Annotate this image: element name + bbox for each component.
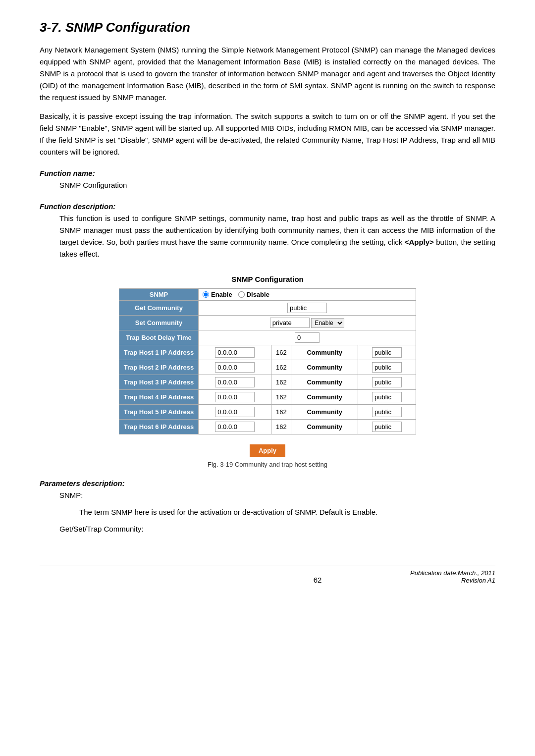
disable-radio-label[interactable]: Disable <box>238 291 269 298</box>
set-community-select[interactable]: Enable Disable <box>311 318 344 328</box>
trap-host-2-community-cell <box>358 360 416 375</box>
page-number: 62 <box>225 576 410 584</box>
trap-host-2-port-cell: 162 <box>271 360 291 375</box>
trap-host-6-community-label: Community <box>291 420 358 434</box>
trap-host-1-ip-cell <box>199 345 271 360</box>
trap-host-1-label: Trap Host 1 IP Address <box>119 345 199 360</box>
table-row: Set Community Enable Disable <box>119 316 416 330</box>
enable-radio[interactable] <box>203 291 209 298</box>
snmp-label: SNMP <box>119 289 199 301</box>
table-row: Trap Host 5 IP Address 162 Community <box>119 405 416 420</box>
table-row: Get Community <box>119 301 416 316</box>
enable-radio-label[interactable]: Enable <box>203 291 232 298</box>
parameters-desc-label: Parameters description: <box>40 479 495 487</box>
set-community-label: Set Community <box>119 316 199 330</box>
trap-host-2-ip[interactable] <box>215 362 255 373</box>
trap-host-5-label: Trap Host 5 IP Address <box>119 405 199 420</box>
trap-host-4-community-cell <box>358 390 416 405</box>
snmp-radio-cell: Enable Disable <box>199 289 416 301</box>
trap-host-4-ip-cell <box>199 390 271 405</box>
trap-host-1-ip[interactable] <box>215 347 255 358</box>
trap-host-4-community-label: Community <box>291 390 358 405</box>
trap-host-5-port-cell: 162 <box>271 405 291 420</box>
trap-host-1-community[interactable] <box>372 347 402 358</box>
trap-host-5-community[interactable] <box>372 407 402 417</box>
trap-host-2-community[interactable] <box>372 362 402 373</box>
trap-host-3-label: Trap Host 3 IP Address <box>119 375 199 390</box>
trap-host-2-label: Trap Host 2 IP Address <box>119 360 199 375</box>
trap-host-2-ip-cell <box>199 360 271 375</box>
trap-host-6-port-cell: 162 <box>271 420 291 434</box>
trap-host-4-ip[interactable] <box>215 392 255 402</box>
trap-host-5-ip-cell <box>199 405 271 420</box>
get-community-input[interactable] <box>287 303 327 313</box>
fig-caption: Fig. 3-19 Community and trap host settin… <box>40 461 495 468</box>
page-footer: 62 Publication date:March., 2011 Revisio… <box>40 565 495 584</box>
trap-host-6-ip[interactable] <box>215 422 255 432</box>
trap-host-6-community-cell <box>358 420 416 434</box>
trap-host-1-community-label: Community <box>291 345 358 360</box>
trap-host-3-community-cell <box>358 375 416 390</box>
disable-radio[interactable] <box>238 291 245 298</box>
trap-host-4-port-cell: 162 <box>271 390 291 405</box>
table-row: SNMP Enable Disable <box>119 289 416 301</box>
table-row: Trap Host 1 IP Address 162 Community <box>119 345 416 360</box>
trap-host-3-ip-cell <box>199 375 271 390</box>
table-row: Trap Host 6 IP Address 162 Community <box>119 420 416 434</box>
param-get-title: Get/Set/Trap Community: <box>59 523 495 535</box>
param-snmp-desc: The term SNMP here is used for the activ… <box>79 506 495 518</box>
trap-host-5-community-cell <box>358 405 416 420</box>
trap-boot-delay-cell <box>199 330 416 345</box>
set-community-input[interactable] <box>270 318 310 328</box>
get-community-label: Get Community <box>119 301 199 316</box>
table-row: Trap Boot Delay Time <box>119 330 416 345</box>
table-row: Trap Host 3 IP Address 162 Community <box>119 375 416 390</box>
table-row: Trap Host 4 IP Address 162 Community <box>119 390 416 405</box>
trap-host-1-port-cell: 162 <box>271 345 291 360</box>
apply-button[interactable]: Apply <box>250 444 285 457</box>
figure-title: SNMP Configuration <box>40 275 495 283</box>
publication-info: Publication date:March., 2011 Revision A… <box>410 569 495 584</box>
figure-container: SNMP Configuration SNMP Enable Disable G… <box>40 275 495 468</box>
get-community-cell <box>199 301 416 316</box>
trap-host-6-community[interactable] <box>372 422 402 432</box>
trap-host-4-label: Trap Host 4 IP Address <box>119 390 199 405</box>
function-name-value: SNMP Configuration <box>59 179 495 191</box>
page-title: 3-7. SNMP Configuration <box>40 20 495 35</box>
snmp-config-table: SNMP Enable Disable Get Community <box>119 288 416 434</box>
trap-host-6-label: Trap Host 6 IP Address <box>119 420 199 434</box>
trap-host-2-community-label: Community <box>291 360 358 375</box>
trap-host-5-ip[interactable] <box>215 407 255 417</box>
trap-host-4-community[interactable] <box>372 392 402 402</box>
function-desc-label: Function description: <box>40 202 495 211</box>
function-name-label: Function name: <box>40 169 495 177</box>
trap-host-3-ip[interactable] <box>215 377 255 387</box>
trap-host-3-community-label: Community <box>291 375 358 390</box>
trap-boot-delay-input[interactable] <box>295 332 320 343</box>
trap-host-3-community[interactable] <box>372 377 402 387</box>
trap-host-6-ip-cell <box>199 420 271 434</box>
intro-paragraph-2: Basically, it is passive except issuing … <box>40 110 495 158</box>
trap-host-5-community-label: Community <box>291 405 358 420</box>
intro-paragraph-1: Any Network Management System (NMS) runn… <box>40 44 495 104</box>
trap-host-3-port-cell: 162 <box>271 375 291 390</box>
param-snmp-title: SNMP: <box>59 489 495 501</box>
trap-host-1-community-cell <box>358 345 416 360</box>
trap-boot-delay-label: Trap Boot Delay Time <box>119 330 199 345</box>
table-row: Trap Host 2 IP Address 162 Community <box>119 360 416 375</box>
function-desc-value: This function is used to configure SNMP … <box>59 213 495 260</box>
set-community-cell: Enable Disable <box>199 316 416 330</box>
